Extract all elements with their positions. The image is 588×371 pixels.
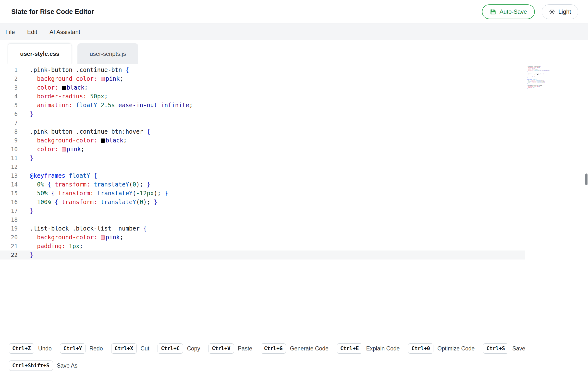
kbd-ctrl-c: Ctrl+C — [158, 343, 183, 354]
code-line: 10 color: pink; — [0, 145, 525, 154]
code-line-content[interactable]: border-radius: 50px; — [18, 92, 525, 101]
theme-label: Light — [558, 8, 571, 15]
line-number: 6 — [0, 110, 18, 118]
scrollbar — [585, 0, 588, 371]
pink-color-swatch — [101, 77, 105, 81]
kbd-ctrl-x: Ctrl+X — [111, 343, 137, 354]
code-line-content[interactable]: } — [18, 251, 525, 259]
code-line-content[interactable]: 50% { transform: translateY(-12px); } — [18, 189, 525, 198]
shortcut-label: Redo — [89, 345, 103, 352]
line-number: 2 — [0, 74, 18, 83]
shortcut-label: Optimize Code — [437, 345, 475, 352]
menu-item-file[interactable]: File — [5, 29, 15, 35]
line-number: 10 — [0, 145, 18, 154]
code-line-content[interactable]: 100% { transform: translateY(0); } — [18, 198, 525, 207]
code-line: 11} — [0, 154, 525, 162]
line-number: 21 — [0, 242, 18, 251]
line-number: 20 — [0, 233, 18, 242]
code-line-content[interactable] — [18, 118, 525, 127]
code-line-content[interactable]: } — [18, 207, 525, 215]
code-line-content[interactable]: background-color: pink; — [18, 74, 525, 83]
kbd-ctrl-v: Ctrl+V — [208, 343, 234, 354]
line-number: 16 — [0, 198, 18, 207]
code-line-content[interactable]: animation: floatY 2.5s ease-in-out infin… — [18, 101, 525, 110]
line-number: 14 — [0, 180, 18, 189]
line-number: 3 — [0, 83, 18, 92]
shortcut-bar: Ctrl+ZUndoCtrl+YRedoCtrl+XCutCtrl+CCopyC… — [0, 340, 588, 371]
kbd-ctrl-z: Ctrl+Z — [9, 343, 34, 354]
shortcut-copy: Ctrl+CCopy — [158, 343, 200, 354]
code-editor: 1.pink-button .continue-btn {2 backgroun… — [0, 64, 588, 340]
code-line: 1.pink-button .continue-btn { — [0, 66, 525, 74]
code-line-content[interactable]: color: pink; — [18, 145, 525, 154]
menu-item-edit[interactable]: Edit — [27, 29, 37, 35]
kbd-ctrl-e: Ctrl+E — [337, 343, 362, 354]
line-number: 19 — [0, 224, 18, 233]
page-title: Slate for Rise Code Editor — [11, 8, 94, 16]
black-color-swatch — [101, 139, 105, 143]
shortcut-row-1: Ctrl+ZUndoCtrl+YRedoCtrl+XCutCtrl+CCopyC… — [9, 343, 588, 354]
code-line-content[interactable]: background-color: black; — [18, 136, 525, 145]
code-line-content[interactable]: .pink-button .continue-btn { — [18, 66, 525, 74]
sun-icon — [549, 9, 555, 15]
line-number: 1 — [0, 66, 18, 74]
code-line: 14 0% { transform: translateY(0); } — [0, 180, 525, 189]
black-color-swatch — [62, 86, 66, 90]
save-icon — [490, 9, 496, 15]
code-line-content[interactable] — [18, 162, 525, 171]
code-line-content[interactable]: padding: 1px; — [18, 242, 525, 251]
kbd-ctrl-g: Ctrl+G — [261, 343, 286, 354]
scrollbar-thumb[interactable] — [585, 174, 588, 185]
code-line: 12 — [0, 162, 525, 171]
tab-user-style-css[interactable]: user-style.css — [8, 43, 72, 64]
minimap[interactable]: .pink-button .continue-btn { background-… — [527, 66, 553, 89]
menu-item-ai-assistant[interactable]: AI Assistant — [49, 29, 80, 35]
shortcut-label: Explain Code — [366, 345, 400, 352]
code-line-content[interactable]: 0% { transform: translateY(0); } — [18, 180, 525, 189]
code-line-content[interactable]: color: black; — [18, 83, 525, 92]
header: Slate for Rise Code Editor Auto-Save — [0, 0, 588, 23]
line-number: 17 — [0, 207, 18, 215]
shortcut-optimize-code: Ctrl+0Optimize Code — [408, 343, 475, 354]
header-actions: Auto-Save Light — [482, 4, 578, 19]
auto-save-button[interactable]: Auto-Save — [482, 4, 535, 19]
code-line-content[interactable]: } — [18, 154, 525, 162]
tab-user-scripts-js[interactable]: user-scripts.js — [77, 43, 138, 64]
code-line-content[interactable]: .list-block .block-list__number { — [18, 224, 525, 233]
line-number: 8 — [0, 127, 18, 136]
code-line-content[interactable]: background-color: pink; — [18, 233, 525, 242]
shortcut-undo: Ctrl+ZUndo — [9, 343, 52, 354]
line-number: 4 — [0, 92, 18, 101]
line-number: 5 — [0, 101, 18, 110]
kbd-ctrl-shift-s: Ctrl+Shift+S — [9, 360, 53, 371]
theme-toggle-button[interactable]: Light — [542, 4, 578, 19]
code-line-content[interactable]: @keyframes floatY { — [18, 171, 525, 180]
line-number: 13 — [0, 171, 18, 180]
kbd-ctrl-s: Ctrl+S — [483, 343, 508, 354]
tab-bar: user-style.cssuser-scripts.js — [0, 40, 588, 64]
code-line: 4 border-radius: 50px; — [0, 92, 525, 101]
shortcut-row-2: Ctrl+Shift+SSave As — [9, 360, 588, 371]
code-line: 6} — [0, 110, 525, 118]
code-line-content[interactable]: } — [18, 110, 525, 118]
pink-color-swatch — [101, 235, 105, 240]
code-line: 13@keyframes floatY { — [0, 171, 525, 180]
code-line: 2 background-color: pink; — [0, 74, 525, 83]
shortcut-paste: Ctrl+VPaste — [208, 343, 252, 354]
shortcut-redo: Ctrl+YRedo — [60, 343, 103, 354]
code-line-content[interactable] — [18, 215, 525, 224]
auto-save-label: Auto-Save — [500, 8, 527, 15]
code-line-content[interactable]: .pink-button .continue-btn:hover { — [18, 127, 525, 136]
shortcut-save: Ctrl+SSave — [483, 343, 525, 354]
line-number: 15 — [0, 189, 18, 198]
shortcut-cut: Ctrl+XCut — [111, 343, 149, 354]
menu-bar: FileEditAI Assistant — [0, 23, 588, 40]
line-number: 22 — [0, 251, 18, 259]
shortcut-generate-code: Ctrl+GGenerate Code — [261, 343, 329, 354]
code-line: 3 color: black; — [0, 83, 525, 92]
shortcut-save-as: Ctrl+Shift+SSave As — [9, 360, 77, 371]
code-line: 16 100% { transform: translateY(0); } — [0, 198, 525, 207]
code-line: 15 50% { transform: translateY(-12px); } — [0, 189, 525, 198]
pink-color-swatch — [62, 147, 66, 151]
code-area: 1.pink-button .continue-btn {2 backgroun… — [0, 64, 525, 259]
